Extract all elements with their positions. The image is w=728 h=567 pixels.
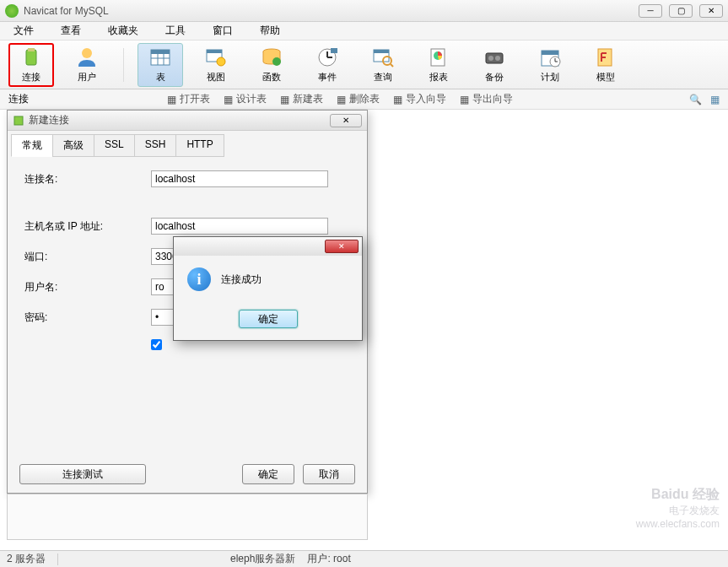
import-wizard-button[interactable]: ▦导入向导 bbox=[386, 90, 451, 108]
status-user: 用户: root bbox=[307, 552, 350, 566]
toolbar-query-button[interactable]: 查询 bbox=[360, 43, 406, 87]
maximize-button[interactable]: ▢ bbox=[669, 4, 693, 18]
new-table-icon: ▦ bbox=[278, 94, 290, 105]
backup-icon bbox=[481, 46, 508, 69]
host-input[interactable] bbox=[151, 218, 328, 235]
export-icon: ▦ bbox=[458, 94, 470, 105]
tab-http[interactable]: HTTP bbox=[175, 134, 224, 157]
svg-line-20 bbox=[391, 64, 393, 67]
statusbar: 2 服务器 eleph服务器新 用户: root bbox=[0, 550, 728, 567]
svg-rect-0 bbox=[26, 50, 36, 65]
svg-rect-4 bbox=[151, 50, 170, 54]
password-label: 密码: bbox=[24, 310, 151, 325]
conn-name-input[interactable] bbox=[151, 170, 328, 187]
message-box: ✕ i 连接成功 确定 bbox=[173, 236, 363, 341]
main-toolbar: 连接 用户 表 视图 函数 事件 查询 报表 备份 计划 模型 bbox=[0, 40, 728, 89]
window-title: Navicat for MySQL bbox=[24, 5, 639, 17]
panel-divider[interactable] bbox=[7, 494, 368, 540]
svg-rect-1 bbox=[28, 48, 35, 51]
export-wizard-button[interactable]: ▦导出向导 bbox=[453, 90, 518, 108]
toolbar-separator bbox=[123, 48, 124, 82]
open-table-button[interactable]: ▦打开表 bbox=[160, 90, 215, 108]
test-connection-button[interactable]: 连接测试 bbox=[19, 464, 146, 484]
search-icon[interactable]: 🔍 bbox=[689, 94, 702, 105]
menu-file[interactable]: 文件 bbox=[8, 22, 39, 40]
menubar: 文件 查看 收藏夹 工具 窗口 帮助 bbox=[0, 22, 728, 40]
tab-advanced[interactable]: 高级 bbox=[52, 134, 94, 157]
svg-rect-18 bbox=[374, 50, 389, 53]
design-table-icon: ▦ bbox=[222, 94, 234, 105]
minimize-button[interactable]: ─ bbox=[639, 4, 662, 18]
msgbox-close-button[interactable]: ✕ bbox=[325, 240, 359, 253]
delete-table-icon: ▦ bbox=[335, 94, 347, 105]
status-servers: 2 服务器 bbox=[7, 552, 46, 566]
conn-name-label: 连接名: bbox=[24, 172, 151, 186]
toolbar-model-button[interactable]: 模型 bbox=[583, 43, 628, 87]
msgbox-text: 连接成功 bbox=[221, 273, 262, 287]
msgbox-ok-button[interactable]: 确定 bbox=[239, 310, 298, 328]
new-table-button[interactable]: ▦新建表 bbox=[273, 90, 328, 108]
dialog-titlebar: 新建连接 ✕ bbox=[8, 111, 367, 131]
model-icon bbox=[592, 46, 619, 69]
toolbar-function-button[interactable]: 函数 bbox=[249, 43, 294, 87]
host-label: 主机名或 IP 地址: bbox=[24, 219, 151, 234]
toolbar-event-button[interactable]: 事件 bbox=[305, 43, 350, 87]
toolbar-backup-button[interactable]: 备份 bbox=[472, 43, 517, 87]
toolbar-connection-button[interactable]: 连接 bbox=[8, 43, 54, 87]
user-icon bbox=[73, 46, 100, 69]
menu-favorites[interactable]: 收藏夹 bbox=[103, 22, 143, 40]
menu-window[interactable]: 窗口 bbox=[208, 22, 238, 40]
secondary-toolbar: 连接 ▦打开表 ▦设计表 ▦新建表 ▦删除表 ▦导入向导 ▦导出向导 🔍 ▦ bbox=[0, 89, 728, 110]
design-table-button[interactable]: ▦设计表 bbox=[217, 90, 272, 108]
query-icon bbox=[369, 46, 396, 69]
svg-point-25 bbox=[495, 56, 500, 61]
open-table-icon: ▦ bbox=[165, 94, 177, 105]
svg-rect-9 bbox=[207, 50, 222, 53]
toolbar-schedule-button[interactable]: 计划 bbox=[527, 43, 573, 87]
app-icon bbox=[5, 4, 19, 18]
report-icon bbox=[425, 46, 452, 69]
svg-rect-27 bbox=[542, 51, 558, 55]
tab-ssl[interactable]: SSL bbox=[94, 134, 135, 157]
toolbar-report-button[interactable]: 报表 bbox=[416, 43, 461, 87]
close-button[interactable]: ✕ bbox=[699, 4, 723, 18]
window-controls: ─ ▢ ✕ bbox=[639, 4, 723, 18]
toolbar-user-button[interactable]: 用户 bbox=[64, 43, 110, 87]
function-icon bbox=[258, 46, 285, 69]
msgbox-titlebar: ✕ bbox=[174, 237, 362, 256]
dialog-title: 新建连接 bbox=[29, 113, 330, 127]
view-icon bbox=[202, 46, 229, 69]
svg-point-24 bbox=[488, 56, 493, 61]
table-icon bbox=[147, 46, 174, 69]
dialog-cancel-button[interactable]: 取消 bbox=[303, 464, 355, 484]
menu-help[interactable]: 帮助 bbox=[255, 22, 285, 40]
import-icon: ▦ bbox=[391, 94, 403, 105]
menu-view[interactable]: 查看 bbox=[56, 22, 86, 40]
svg-rect-16 bbox=[331, 48, 337, 53]
tab-general[interactable]: 常规 bbox=[11, 134, 53, 157]
info-icon: i bbox=[187, 267, 211, 291]
grid-view-icon[interactable]: ▦ bbox=[710, 94, 720, 105]
menu-tools[interactable]: 工具 bbox=[160, 22, 191, 40]
delete-table-button[interactable]: ▦删除表 bbox=[330, 90, 385, 108]
status-server-name: eleph服务器新 bbox=[230, 552, 295, 566]
user-label: 用户名: bbox=[24, 280, 151, 294]
workspace: 新建连接 ✕ 常规 高级 SSL SSH HTTP 连接名: 主机名或 IP 地… bbox=[0, 110, 728, 550]
dialog-icon bbox=[13, 115, 24, 127]
connection-panel-label: 连接 bbox=[0, 92, 152, 106]
dialog-buttons: 连接测试 确定 取消 bbox=[8, 464, 367, 484]
dialog-tabs: 常规 高级 SSL SSH HTTP bbox=[8, 131, 367, 157]
watermark: Baidu 经验 电子发烧友 www.elecfans.com bbox=[636, 486, 720, 530]
tab-ssh[interactable]: SSH bbox=[134, 134, 177, 157]
toolbar-table-button[interactable]: 表 bbox=[138, 43, 183, 87]
save-password-checkbox[interactable] bbox=[151, 339, 162, 350]
schedule-icon bbox=[537, 46, 564, 69]
titlebar: Navicat for MySQL ─ ▢ ✕ bbox=[0, 0, 728, 22]
port-label: 端口: bbox=[24, 250, 151, 264]
svg-point-2 bbox=[82, 48, 92, 58]
dialog-close-button[interactable]: ✕ bbox=[330, 114, 362, 127]
svg-point-10 bbox=[217, 57, 225, 66]
svg-rect-32 bbox=[14, 116, 23, 125]
toolbar-view-button[interactable]: 视图 bbox=[193, 43, 239, 87]
dialog-ok-button[interactable]: 确定 bbox=[242, 464, 294, 484]
